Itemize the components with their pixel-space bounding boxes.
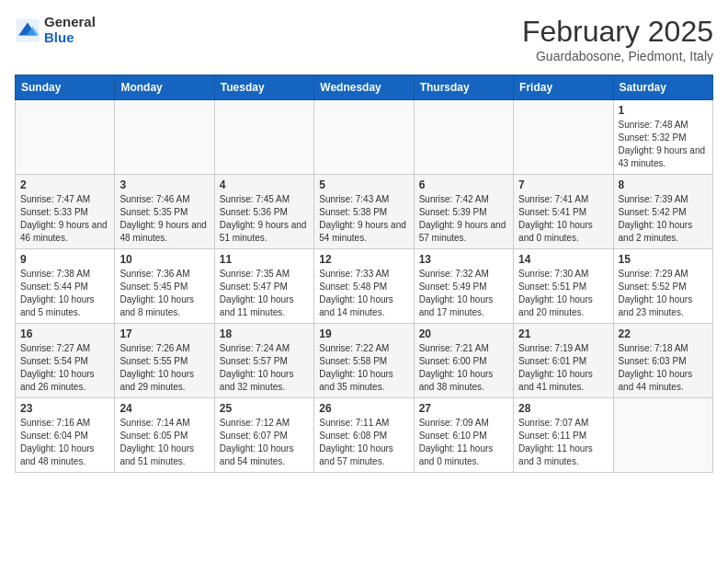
day-info: Sunrise: 7:16 AM Sunset: 6:04 PM Dayligh…: [20, 417, 109, 468]
day-info: Sunrise: 7:11 AM Sunset: 6:08 PM Dayligh…: [319, 417, 408, 468]
logo: General Blue: [15, 15, 96, 45]
weekday-header-monday: Monday: [115, 75, 214, 100]
calendar-cell: 19Sunrise: 7:22 AM Sunset: 5:58 PM Dayli…: [314, 324, 414, 398]
calendar-week-2: 2Sunrise: 7:47 AM Sunset: 5:33 PM Daylig…: [16, 175, 713, 249]
weekday-header-friday: Friday: [514, 75, 613, 100]
weekday-header-row: SundayMondayTuesdayWednesdayThursdayFrid…: [16, 75, 713, 100]
day-number: 26: [319, 402, 408, 415]
calendar-cell: 9Sunrise: 7:38 AM Sunset: 5:44 PM Daylig…: [16, 249, 115, 324]
day-number: 1: [619, 104, 708, 117]
day-number: 7: [518, 178, 608, 191]
day-number: 15: [619, 253, 708, 266]
day-info: Sunrise: 7:07 AM Sunset: 6:11 PM Dayligh…: [518, 417, 608, 468]
calendar-week-1: 1Sunrise: 7:48 AM Sunset: 5:32 PM Daylig…: [16, 100, 713, 175]
day-info: Sunrise: 7:27 AM Sunset: 5:54 PM Dayligh…: [20, 342, 109, 394]
calendar-cell: 1Sunrise: 7:48 AM Sunset: 5:32 PM Daylig…: [613, 100, 712, 175]
calendar-cell: 12Sunrise: 7:33 AM Sunset: 5:48 PM Dayli…: [314, 249, 414, 324]
calendar-cell: [16, 100, 115, 175]
calendar-cell: 14Sunrise: 7:30 AM Sunset: 5:51 PM Dayli…: [514, 249, 613, 324]
calendar-cell: 24Sunrise: 7:14 AM Sunset: 6:05 PM Dayli…: [115, 398, 214, 473]
calendar-cell: 21Sunrise: 7:19 AM Sunset: 6:01 PM Dayli…: [514, 324, 613, 398]
calendar-cell: 22Sunrise: 7:18 AM Sunset: 6:03 PM Dayli…: [613, 324, 712, 398]
day-number: 24: [119, 402, 209, 415]
day-info: Sunrise: 7:33 AM Sunset: 5:48 PM Dayligh…: [319, 268, 408, 319]
day-info: Sunrise: 7:38 AM Sunset: 5:44 PM Dayligh…: [20, 268, 109, 319]
day-number: 14: [518, 253, 608, 266]
day-info: Sunrise: 7:12 AM Sunset: 6:07 PM Dayligh…: [220, 417, 309, 468]
weekday-header-saturday: Saturday: [613, 75, 712, 100]
calendar-table: SundayMondayTuesdayWednesdayThursdayFrid…: [15, 75, 713, 473]
day-info: Sunrise: 7:43 AM Sunset: 5:38 PM Dayligh…: [319, 193, 408, 245]
calendar-cell: [314, 100, 414, 175]
day-number: 6: [419, 178, 508, 191]
calendar-cell: [214, 100, 313, 175]
day-number: 23: [20, 402, 109, 415]
day-number: 8: [619, 178, 708, 191]
day-number: 19: [319, 327, 408, 340]
day-number: 4: [220, 178, 309, 191]
day-info: Sunrise: 7:09 AM Sunset: 6:10 PM Dayligh…: [419, 417, 508, 468]
calendar-cell: 15Sunrise: 7:29 AM Sunset: 5:52 PM Dayli…: [613, 249, 712, 324]
calendar-cell: 25Sunrise: 7:12 AM Sunset: 6:07 PM Dayli…: [214, 398, 313, 473]
day-info: Sunrise: 7:21 AM Sunset: 6:00 PM Dayligh…: [419, 342, 508, 394]
day-number: 2: [20, 178, 109, 191]
day-info: Sunrise: 7:32 AM Sunset: 5:49 PM Dayligh…: [419, 268, 508, 319]
logo-icon: [15, 17, 40, 43]
weekday-header-tuesday: Tuesday: [214, 75, 313, 100]
day-number: 5: [319, 178, 408, 191]
day-info: Sunrise: 7:30 AM Sunset: 5:51 PM Dayligh…: [518, 268, 608, 319]
weekday-header-thursday: Thursday: [414, 75, 513, 100]
logo-text: General Blue: [44, 15, 96, 45]
calendar-cell: 17Sunrise: 7:26 AM Sunset: 5:55 PM Dayli…: [115, 324, 214, 398]
logo-blue: Blue: [44, 29, 74, 45]
day-number: 17: [119, 327, 209, 340]
day-number: 16: [20, 327, 109, 340]
day-number: 9: [20, 253, 109, 266]
calendar-cell: 7Sunrise: 7:41 AM Sunset: 5:41 PM Daylig…: [514, 175, 613, 249]
weekday-header-wednesday: Wednesday: [314, 75, 414, 100]
calendar-cell: 4Sunrise: 7:45 AM Sunset: 5:36 PM Daylig…: [214, 175, 313, 249]
day-number: 13: [419, 253, 508, 266]
day-info: Sunrise: 7:35 AM Sunset: 5:47 PM Dayligh…: [220, 268, 309, 319]
calendar-week-4: 16Sunrise: 7:27 AM Sunset: 5:54 PM Dayli…: [16, 324, 713, 398]
calendar-cell: 5Sunrise: 7:43 AM Sunset: 5:38 PM Daylig…: [314, 175, 414, 249]
calendar-cell: 26Sunrise: 7:11 AM Sunset: 6:08 PM Dayli…: [314, 398, 414, 473]
calendar-cell: 8Sunrise: 7:39 AM Sunset: 5:42 PM Daylig…: [613, 175, 712, 249]
calendar-cell: 28Sunrise: 7:07 AM Sunset: 6:11 PM Dayli…: [514, 398, 613, 473]
day-info: Sunrise: 7:19 AM Sunset: 6:01 PM Dayligh…: [518, 342, 608, 394]
day-number: 12: [319, 253, 408, 266]
day-info: Sunrise: 7:29 AM Sunset: 5:52 PM Dayligh…: [619, 268, 708, 319]
day-info: Sunrise: 7:47 AM Sunset: 5:33 PM Dayligh…: [20, 193, 109, 245]
day-number: 22: [619, 327, 708, 340]
day-info: Sunrise: 7:48 AM Sunset: 5:32 PM Dayligh…: [619, 119, 708, 170]
calendar-cell: 2Sunrise: 7:47 AM Sunset: 5:33 PM Daylig…: [16, 175, 115, 249]
calendar-cell: [414, 100, 513, 175]
calendar-cell: 11Sunrise: 7:35 AM Sunset: 5:47 PM Dayli…: [214, 249, 313, 324]
calendar-cell: [514, 100, 613, 175]
calendar-cell: 16Sunrise: 7:27 AM Sunset: 5:54 PM Dayli…: [16, 324, 115, 398]
title-block: February 2025 Guardabosone, Piedmont, It…: [522, 15, 713, 63]
day-info: Sunrise: 7:14 AM Sunset: 6:05 PM Dayligh…: [119, 417, 209, 468]
day-number: 25: [220, 402, 309, 415]
calendar-cell: 27Sunrise: 7:09 AM Sunset: 6:10 PM Dayli…: [414, 398, 513, 473]
day-number: 21: [518, 327, 608, 340]
calendar-week-5: 23Sunrise: 7:16 AM Sunset: 6:04 PM Dayli…: [16, 398, 713, 473]
day-number: 20: [419, 327, 508, 340]
calendar-cell: 6Sunrise: 7:42 AM Sunset: 5:39 PM Daylig…: [414, 175, 513, 249]
calendar-week-3: 9Sunrise: 7:38 AM Sunset: 5:44 PM Daylig…: [16, 249, 713, 324]
calendar-cell: 10Sunrise: 7:36 AM Sunset: 5:45 PM Dayli…: [115, 249, 214, 324]
day-info: Sunrise: 7:46 AM Sunset: 5:35 PM Dayligh…: [119, 193, 209, 245]
logo-general: General: [44, 14, 96, 29]
day-info: Sunrise: 7:18 AM Sunset: 6:03 PM Dayligh…: [619, 342, 708, 394]
month-title: February 2025: [522, 15, 713, 49]
calendar-cell: 13Sunrise: 7:32 AM Sunset: 5:49 PM Dayli…: [414, 249, 513, 324]
day-number: 10: [119, 253, 209, 266]
calendar-cell: 3Sunrise: 7:46 AM Sunset: 5:35 PM Daylig…: [115, 175, 214, 249]
calendar-cell: 23Sunrise: 7:16 AM Sunset: 6:04 PM Dayli…: [16, 398, 115, 473]
day-info: Sunrise: 7:24 AM Sunset: 5:57 PM Dayligh…: [220, 342, 309, 394]
day-number: 3: [119, 178, 209, 191]
calendar-cell: [613, 398, 712, 473]
day-number: 27: [419, 402, 508, 415]
weekday-header-sunday: Sunday: [16, 75, 115, 100]
day-number: 18: [220, 327, 309, 340]
